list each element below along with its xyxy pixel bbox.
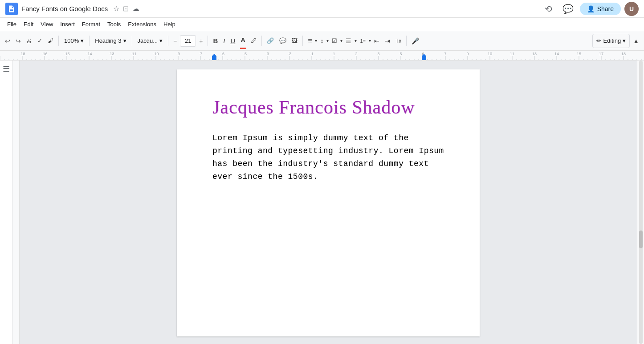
bold-button[interactable]: B [211,34,220,48]
main-area: ☰ Jacques Francois Shadow Lorem Ipsum is… [0,61,644,344]
body-text: Lorem Ipsum is simply dummy text of the … [212,134,444,181]
toolbar-separator-3 [132,36,132,46]
body-content[interactable]: Lorem Ipsum is simply dummy text of the … [212,132,444,183]
cloud-icon[interactable]: ☁ [132,4,139,13]
menu-extensions[interactable]: Extensions [124,19,160,29]
menu-format[interactable]: Format [78,19,104,29]
scrollbar-thumb[interactable] [639,231,643,248]
document-area[interactable]: Jacques Francois Shadow Lorem Ipsum is s… [20,61,637,344]
checklist-button[interactable]: ☑ [330,34,339,48]
redo-button[interactable]: ↪ [13,34,23,48]
menu-insert[interactable]: Insert [57,19,78,29]
underline-button[interactable]: U [228,34,237,48]
outline-icon[interactable]: ☰ [3,64,10,74]
spellcheck-button[interactable]: ✓ [35,34,45,48]
voice-button[interactable]: 🎤 [409,34,421,48]
numbered-list-button[interactable]: 1≡ [358,34,368,48]
doc-title: Fancy Fonts on Google Docs [21,5,108,12]
print-button[interactable]: 🖨 [24,34,34,48]
font-value: Jacqu... [138,37,158,44]
menu-edit[interactable]: Edit [20,19,37,29]
star-icon[interactable]: ☆ [113,4,119,13]
history-button[interactable]: ⟲ [541,1,557,17]
toolbar-separator-4 [168,36,168,46]
link-button[interactable]: 🔗 [265,34,276,48]
share-button[interactable]: 👤 Share [580,3,621,15]
menu-file[interactable]: File [4,19,20,29]
editing-chevron-icon: ▾ [623,37,626,44]
line-spacing-button[interactable]: ↕ [318,34,326,48]
menu-tools[interactable]: Tools [104,19,124,29]
header-right: ⟲ 💬 👤 Share U [541,1,639,17]
style-chevron-icon: ▾ [123,37,126,44]
toolbar-separator-1 [58,36,59,46]
expand-button[interactable]: ▲ [631,34,641,48]
menu-help[interactable]: Help [160,19,179,29]
doc-icon [5,3,18,15]
heading-content[interactable]: Jacques Francois Shadow [212,96,444,118]
zoom-chevron-icon: ▾ [81,37,84,44]
toolbar-separator-6 [261,36,262,46]
checklist-chevron-icon: ▾ [340,38,342,43]
italic-button[interactable]: I [221,34,227,48]
share-icon: 👤 [587,5,595,12]
toolbar-separator-7 [302,36,303,46]
heading-text: Jacques Francois Shadow [212,97,415,117]
font-dropdown[interactable]: Jacqu... ▾ [135,34,166,48]
font-color-bar [240,48,246,49]
right-sidebar [637,61,644,344]
menu-view[interactable]: View [37,19,57,29]
toolbar: ↩ ↪ 🖨 ✓ 🖌 100% ▾ Heading 3 ▾ Jacqu... ▾ … [0,31,644,51]
clear-formatting-button[interactable]: Tx [393,34,404,48]
align-chevron-icon: ▾ [315,38,317,43]
style-dropdown[interactable]: Heading 3 ▾ [92,34,129,48]
edit-pencil-icon: ✏ [596,37,601,44]
font-size-minus-button[interactable]: − [171,34,179,48]
image-button[interactable]: 🖼 [289,34,300,48]
ruler [0,51,644,61]
indent-less-button[interactable]: ⇤ [372,34,382,48]
font-chevron-icon: ▾ [159,37,163,44]
zoom-value: 100% [64,37,79,44]
title-bar: Fancy Fonts on Google Docs ☆ ⊡ ☁ ⟲ 💬 👤 S… [0,0,644,18]
avatar: U [624,2,639,16]
drive-icon[interactable]: ⊡ [123,4,129,13]
numberedlist-chevron-icon: ▾ [369,38,371,43]
zoom-dropdown[interactable]: 100% ▾ [61,34,86,48]
comment-button[interactable]: 💬 [277,34,289,48]
toolbar-separator-5 [208,36,208,46]
toolbar-separator-8 [406,36,407,46]
menu-bar: File Edit View Insert Format Tools Exten… [0,18,644,31]
ruler-canvas [0,51,644,61]
font-color-wrapper: A [238,33,248,49]
toolbar-separator-2 [89,36,90,46]
font-size-input[interactable] [180,35,196,47]
bulletlist-chevron-icon: ▾ [355,38,357,43]
bullet-list-button[interactable]: ☰ [343,34,354,48]
editing-dropdown[interactable]: ✏ Editing ▾ [592,34,630,48]
indent-more-button[interactable]: ⇥ [383,34,392,48]
editing-label: Editing [603,37,621,44]
share-label: Share [597,5,614,12]
font-size-plus-button[interactable]: + [197,34,205,48]
page: Jacques Francois Shadow Lorem Ipsum is s… [177,69,480,336]
highlight-button[interactable]: 🖊 [249,34,259,48]
comments-button[interactable]: 💬 [560,1,576,17]
style-value: Heading 3 [95,37,121,44]
paint-format-button[interactable]: 🖌 [45,34,56,48]
left-vertical-ruler [12,61,20,344]
undo-button[interactable]: ↩ [3,34,12,48]
font-color-button[interactable]: A [238,33,248,47]
scrollbar-track[interactable] [639,61,643,344]
left-sidebar: ☰ [0,61,12,344]
linespace-chevron-icon: ▾ [326,38,329,43]
align-button[interactable]: ≡ [306,34,314,48]
